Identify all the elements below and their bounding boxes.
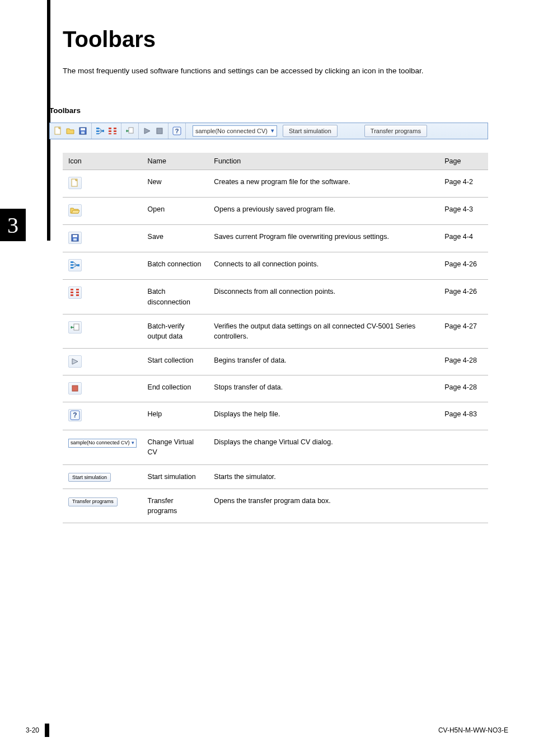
save-icon [78,126,88,136]
content-area: Toolbars The most frequently used softwa… [63,27,488,523]
svg-rect-13 [114,133,116,134]
section-subhead: Toolbars [49,106,488,115]
header-name: Name [142,153,209,170]
cell-function: Verifies the output data settings on all… [208,314,439,348]
cell-name: New [142,170,209,197]
page-number: 3-20 [26,726,39,734]
footer-mark [45,724,49,737]
svg-rect-15 [157,128,162,134]
cell-function: Stops transfer of data. [208,375,439,402]
toolbar-screenshot: ? sample(No connected CV)▾ Start simulat… [49,123,488,139]
cell-icon: sample(No connected CV)▾ [63,430,142,464]
table-row: Batch connectionConnects to all connecti… [63,252,488,280]
cell-function: Creates a new program file for the softw… [208,170,439,197]
svg-rect-24 [71,267,73,269]
cell-page: Page 4-28 [439,375,488,402]
table-row: Start collectionBegins transfer of data.… [63,348,488,375]
cell-name: Transfer programs [142,489,209,523]
batch-connection-icon [95,126,105,136]
svg-rect-23 [71,264,73,266]
start-simulation-button-cell: Start simulation [68,473,111,482]
svg-rect-25 [77,264,79,266]
table-row: End collectionStops transfer of data.Pag… [63,375,488,402]
cell-function: Displays the help file. [208,402,439,430]
batch-verify-icon [125,126,135,136]
intro-text: The most frequently used software functi… [63,65,488,77]
cell-function: Saves current Program file overwriting p… [208,225,439,252]
footer-left: 3-20 [26,724,49,737]
cell-name: End collection [142,375,209,402]
svg-rect-28 [71,294,73,296]
cell-function: Opens a previously saved program file. [208,198,439,225]
cell-function: Begins transfer of data. [208,348,439,375]
start-collection-icon [142,126,152,136]
start-simulation-button: Start simulation [283,125,338,137]
svg-rect-20 [73,235,77,237]
help-icon: ? [172,126,182,136]
page: 3 Toolbars The most frequently used soft… [0,0,534,756]
cell-page: Page 4-2 [439,170,488,197]
svg-rect-14 [129,128,133,133]
transfer-programs-button: Transfer programs [364,125,427,137]
cell-icon: ? [63,402,142,430]
svg-rect-10 [109,133,111,134]
cell-icon: Start simulation [63,464,142,489]
svg-rect-21 [73,238,77,241]
svg-rect-32 [74,324,79,330]
cell-icon [63,375,142,402]
header-icon: Icon [63,153,142,170]
svg-rect-6 [96,133,99,134]
cell-page: Page 4-83 [439,402,488,430]
cell-function: Opens the transfer program data box. [208,489,439,523]
toolbar-group-collect [139,123,168,139]
left-rule [47,0,50,241]
cell-icon [63,348,142,375]
batch-disconnection-icon [107,126,118,136]
svg-rect-33 [72,386,78,391]
cell-function: Connects to all connection points. [208,252,439,280]
table-row: Transfer programsTransfer programsOpens … [63,489,488,523]
cell-icon [63,170,142,197]
table-row: Batch disconnectionDisconnects from all … [63,280,488,314]
open-icon [65,126,76,136]
svg-text:?: ? [73,411,77,419]
header-function: Function [208,153,439,170]
svg-rect-29 [76,289,79,290]
new-icon [53,126,63,136]
document-id: CV-H5N-M-WW-NO3-E [438,726,508,734]
svg-rect-4 [96,128,99,129]
svg-rect-3 [81,132,85,134]
end-collection-icon [154,126,165,136]
cell-icon [63,225,142,252]
svg-rect-2 [81,128,85,130]
page-footer: 3-20 CV-H5N-M-WW-NO3-E [26,724,508,737]
toolbar-group-verify [121,123,139,139]
cell-name: Batch disconnection [142,280,209,314]
transfer-programs-button-cell: Transfer programs [68,497,118,506]
table-row: SaveSaves current Program file overwriti… [63,225,488,252]
svg-rect-22 [71,261,73,263]
cell-page [439,464,488,489]
cell-function: Displays the change Virtual CV dialog. [208,430,439,464]
cell-page: Page 4-26 [439,280,488,314]
toolbar-group-batch [92,123,121,139]
cell-page [439,430,488,464]
table-row: OpenOpens a previously saved program fil… [63,198,488,225]
cell-page: Page 4-4 [439,225,488,252]
virtual-cv-dropdown-cell: sample(No connected CV)▾ [68,439,137,448]
cell-page: Page 4-26 [439,252,488,280]
cell-name: Start simulation [142,464,209,489]
cell-icon [63,252,142,280]
svg-rect-8 [109,128,111,129]
cell-name: Change Virtual CV [142,430,209,464]
table-header-row: Icon Name Function Page [63,153,488,170]
virtual-cv-dropdown: sample(No connected CV)▾ [193,125,277,137]
cell-name: Help [142,402,209,430]
svg-rect-26 [71,289,73,290]
reference-table: Icon Name Function Page NewCreates a new… [63,153,488,523]
cell-page [439,489,488,523]
toolbar-group-file [50,123,92,139]
cell-icon: Transfer programs [63,489,142,523]
chapter-badge: 3 [0,209,26,241]
table-row: Start simulationStart simulationStarts t… [63,464,488,489]
